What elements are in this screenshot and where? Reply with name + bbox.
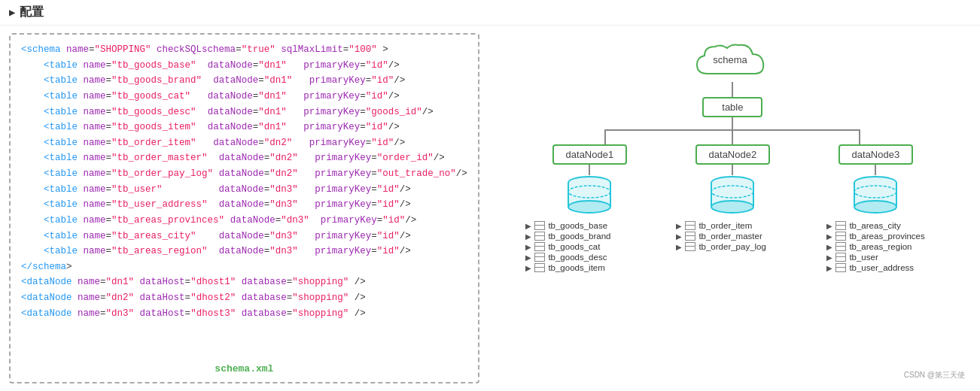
table-icon (534, 232, 545, 241)
code-line: <schema name="SHOPPING" checkSQLschema="… (21, 42, 467, 58)
table-name: tb_order_item (698, 221, 752, 230)
table-list-dn1: ▶ tb_goods_base ▶ tb_goods_brand ▶ tb_go… (525, 221, 638, 272)
code-line: <table name="tb_goods_cat" dataNode="dn1… (21, 89, 467, 105)
table-icon (534, 242, 545, 251)
code-line: <table name="tb_goods_desc" dataNode="dn… (21, 105, 467, 120)
database-icon-3 (851, 175, 900, 217)
datanode2-box: dataNode2 (695, 144, 771, 165)
expand-icon[interactable]: ▶ (826, 253, 832, 262)
code-line: <table name="tb_user_address" dataNode="… (21, 197, 467, 213)
code-line: <dataNode name="dn3" dataHost="dhost3" d… (21, 306, 467, 322)
code-line: <table name="tb_areas_region" dataNode="… (21, 244, 467, 259)
connector-dn2-db (732, 165, 733, 175)
table-list-item: ▶ tb_goods_desc (525, 253, 638, 262)
table-icon (835, 232, 846, 241)
section-title: 配置 (20, 5, 44, 20)
expand-icon[interactable]: ▶ (826, 264, 832, 272)
table-list-item: ▶ tb_areas_provinces (826, 232, 939, 241)
table-name: tb_goods_item (548, 263, 604, 272)
table-icon (835, 221, 846, 230)
svg-text:schema: schema (714, 54, 748, 65)
database-icon-1 (565, 175, 614, 217)
expand-icon[interactable]: ▶ (826, 222, 832, 230)
table-list-item: ▶ tb_user (826, 253, 939, 262)
tick-right (859, 129, 860, 144)
expand-icon[interactable]: ▶ (826, 232, 832, 241)
code-line: <table name="tb_areas_provinces" dataNod… (21, 213, 467, 229)
code-line: <table name="tb_goods_base" dataNode="dn… (21, 58, 467, 74)
connector-dn1-db (589, 165, 590, 175)
branches-section: dataNode1 (525, 117, 939, 272)
table-name: tb_goods_base (548, 221, 607, 230)
code-line: <table name="tb_order_master" dataNode="… (21, 150, 467, 166)
table-icon (835, 263, 846, 272)
table-list-item: ▶ tb_goods_brand (525, 232, 638, 241)
table-name: tb_order_pay_log (698, 242, 766, 251)
table-name: tb_order_master (698, 232, 762, 241)
expand-icon[interactable]: ▶ (676, 222, 682, 230)
top-bar: ▶ 配置 (0, 0, 980, 26)
code-line: <table name="tb_areas_city" dataNode="dn… (21, 229, 467, 244)
code-line: <table name="tb_order_pay_log" dataNode=… (21, 166, 467, 182)
table-list-item: ▶ tb_areas_city (826, 221, 939, 230)
expand-icon[interactable]: ▶ (525, 253, 531, 262)
branch-dn2: dataNode2 (680, 144, 785, 217)
code-block: <schema name="SHOPPING" checkSQLschema="… (21, 42, 467, 321)
table-icon (835, 253, 846, 262)
branches-container: dataNode1 (537, 144, 928, 217)
code-line: <table name="tb_goods_brand" dataNode="d… (21, 73, 467, 89)
svg-point-5 (568, 201, 610, 213)
tree-root: schema table (525, 41, 939, 272)
table-name: tb_areas_provinces (849, 232, 924, 241)
connector-cloud-table (732, 82, 733, 97)
expand-icon[interactable]: ▶ (525, 232, 531, 241)
code-panel: <schema name="SHOPPING" checkSQLschema="… (9, 33, 479, 383)
table-name: tb_goods_cat (548, 242, 600, 251)
table-name: tb_user (849, 253, 878, 262)
connector-dn3-db (875, 165, 876, 175)
table-list-item: ▶ tb_goods_cat (525, 242, 638, 251)
table-name: tb_goods_desc (548, 253, 607, 262)
database-icon-2 (708, 175, 757, 217)
expand-arrow-icon[interactable]: ▶ (9, 6, 15, 19)
expand-icon[interactable]: ▶ (676, 232, 682, 241)
schema-node: schema (691, 41, 774, 82)
expand-icon[interactable]: ▶ (525, 222, 531, 230)
svg-point-17 (854, 201, 896, 213)
connector-table-h (732, 117, 733, 129)
datanode3-box: dataNode3 (838, 144, 914, 165)
h-connector (604, 129, 860, 131)
expand-icon[interactable]: ▶ (826, 243, 832, 251)
table-name: tb_user_address (849, 263, 914, 272)
watermark: CSDN @第三天使 (904, 370, 965, 380)
table-icon (534, 221, 545, 230)
diagram-area: schema table (495, 33, 971, 272)
table-lists: ▶ tb_goods_base ▶ tb_goods_brand ▶ tb_go… (525, 221, 939, 272)
table-list-item: ▶ tb_areas_region (826, 242, 939, 251)
table-name: tb_goods_brand (548, 232, 610, 241)
table-list-item: ▶ tb_order_item (676, 221, 789, 230)
table-icon (685, 232, 695, 241)
schema-file-label: schema.xml (215, 363, 273, 374)
table-list-item: ▶ tb_goods_item (525, 263, 638, 272)
code-line: </schema> (21, 259, 467, 275)
table-name: tb_areas_region (849, 242, 912, 251)
table-list-item: ▶ tb_user_address (826, 263, 939, 272)
code-line: <dataNode name="dn2" dataHost="dhost2" d… (21, 290, 467, 306)
table-icon (835, 242, 846, 251)
code-line: <table name="tb_user" dataNode="dn3" pri… (21, 182, 467, 198)
tick-left (604, 129, 606, 144)
code-line: <table name="tb_order_item" dataNode="dn… (21, 135, 467, 151)
code-line: <dataNode name="dn1" dataHost="dhost1" d… (21, 274, 467, 290)
branch-dn1: dataNode1 (537, 144, 642, 217)
table-list-item: ▶ tb_order_pay_log (676, 242, 789, 251)
branch-dn3: dataNode3 (823, 144, 928, 217)
expand-icon[interactable]: ▶ (525, 243, 531, 251)
expand-icon[interactable]: ▶ (676, 243, 682, 251)
table-list-dn2: ▶ tb_order_item ▶ tb_order_master ▶ tb_o… (676, 221, 789, 251)
table-list-dn3: ▶ tb_areas_city ▶ tb_areas_provinces ▶ t… (826, 221, 939, 272)
tick-center (732, 129, 733, 144)
table-name: tb_areas_city (849, 221, 900, 230)
expand-icon[interactable]: ▶ (525, 264, 531, 272)
code-line: <table name="tb_goods_item" dataNode="dn… (21, 120, 467, 135)
